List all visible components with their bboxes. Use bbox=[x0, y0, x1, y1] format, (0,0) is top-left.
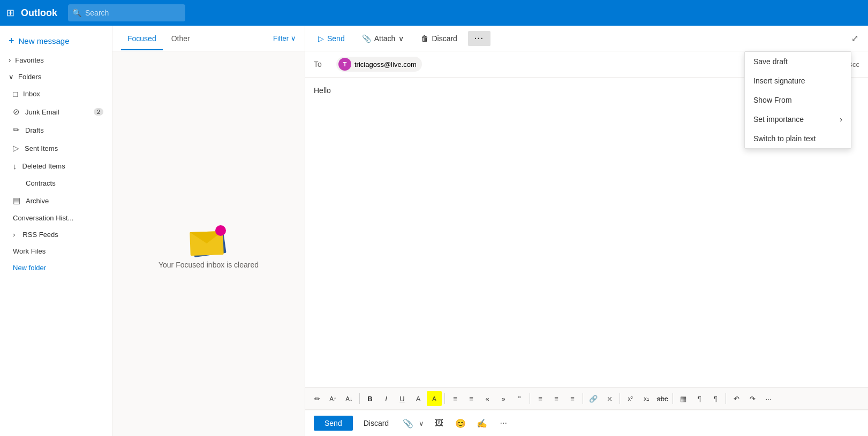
inbox-icon: □ bbox=[13, 89, 18, 98]
attach-toolbar-button[interactable]: 📎 Attach ∨ bbox=[356, 31, 411, 46]
save-draft-label: Save draft bbox=[753, 57, 788, 66]
sidebar-item-rss-feeds[interactable]: › RSS Feeds bbox=[0, 226, 112, 243]
sidebar-item-inbox[interactable]: □ Inbox bbox=[0, 85, 112, 103]
fmt-insert-table[interactable]: ▦ bbox=[676, 391, 691, 406]
attach-icon: 📎 bbox=[362, 34, 371, 43]
set-importance-label: Set importance bbox=[753, 115, 804, 124]
fmt-format-painter[interactable]: ✏ bbox=[310, 391, 324, 406]
send-bar-attach-button[interactable]: 📎 bbox=[399, 415, 417, 432]
empty-state-text: Your Focused inbox is cleared bbox=[158, 259, 259, 271]
fmt-underline[interactable]: U bbox=[395, 391, 410, 406]
sidebar-item-conversation-hist[interactable]: Conversation Hist... bbox=[0, 210, 112, 226]
send-bar-send-button[interactable]: Send bbox=[314, 416, 353, 431]
send-bar-more-button[interactable]: ··· bbox=[495, 415, 512, 432]
dropdown-set-importance[interactable]: Set importance › bbox=[745, 110, 851, 129]
plus-icon: + bbox=[9, 35, 14, 47]
fmt-align-center[interactable]: ≡ bbox=[549, 391, 564, 406]
empty-state: Your Focused inbox is cleared bbox=[112, 51, 305, 436]
sidebar-item-archive[interactable]: ▤ Archive bbox=[0, 192, 112, 210]
topbar: ⊞ Outlook 🔍 bbox=[0, 0, 868, 26]
search-input[interactable] bbox=[68, 4, 185, 21]
more-toolbar-button[interactable]: ··· bbox=[468, 31, 490, 46]
recipient-email: triciagoss@live.com bbox=[354, 60, 417, 68]
fmt-highlight[interactable]: A bbox=[427, 391, 442, 406]
sidebar-item-drafts[interactable]: ✏ Drafts bbox=[0, 121, 112, 139]
rss-feeds-label: RSS Feeds bbox=[22, 231, 58, 239]
send-bar-discard-button[interactable]: Discard bbox=[357, 416, 395, 431]
expand-button[interactable]: ⤢ bbox=[848, 30, 862, 47]
dropdown-save-draft[interactable]: Save draft bbox=[745, 52, 851, 71]
fmt-align-right[interactable]: ≡ bbox=[565, 391, 580, 406]
drafts-label: Drafts bbox=[25, 126, 44, 134]
fmt-font-size-decrease[interactable]: A↑ bbox=[326, 391, 341, 406]
fmt-redo[interactable]: ↷ bbox=[745, 391, 760, 406]
fmt-font-size-increase[interactable]: A↓ bbox=[342, 391, 357, 406]
fmt-sep-6 bbox=[673, 393, 673, 404]
contracts-label: Contracts bbox=[26, 179, 56, 187]
fmt-superscript[interactable]: x² bbox=[623, 391, 638, 406]
send-bar-send-label: Send bbox=[324, 419, 342, 427]
discard-icon: 🗑 bbox=[421, 34, 428, 43]
send-arrow-icon: ▷ bbox=[318, 34, 324, 43]
send-toolbar-label: Send bbox=[327, 34, 345, 43]
filter-button[interactable]: Filter ∨ bbox=[273, 34, 296, 42]
tab-focused[interactable]: Focused bbox=[121, 27, 163, 50]
sidebar-item-deleted-items[interactable]: ↓ Deleted Items bbox=[0, 157, 112, 175]
tab-focused-label: Focused bbox=[127, 34, 156, 43]
dropdown-show-from[interactable]: Show From bbox=[745, 90, 851, 110]
tab-other[interactable]: Other bbox=[165, 27, 197, 50]
send-bar-image-button[interactable]: 🖼 bbox=[431, 415, 448, 432]
fmt-sep-3 bbox=[530, 393, 530, 404]
new-message-button[interactable]: + New message bbox=[0, 30, 112, 52]
dropdown-switch-plain-text[interactable]: Switch to plain text bbox=[745, 129, 851, 148]
dropdown-menu: Save draft Insert signature Show From Se… bbox=[744, 51, 851, 149]
fmt-paragraph-rtl[interactable]: ¶ bbox=[708, 391, 723, 406]
new-message-label: New message bbox=[19, 36, 70, 45]
send-toolbar-button[interactable]: ▷ Send bbox=[312, 31, 351, 46]
fmt-more[interactable]: ··· bbox=[761, 391, 776, 406]
conversation-hist-label: Conversation Hist... bbox=[13, 214, 73, 222]
fmt-align-left[interactable]: ≡ bbox=[533, 391, 548, 406]
discard-toolbar-button[interactable]: 🗑 Discard bbox=[414, 31, 463, 46]
filter-label: Filter bbox=[273, 34, 289, 42]
send-bar-attach-arrow[interactable]: ∨ bbox=[417, 417, 426, 430]
folders-label: Folders bbox=[18, 73, 41, 81]
fmt-undo[interactable]: ↶ bbox=[729, 391, 744, 406]
fmt-italic[interactable]: I bbox=[379, 391, 394, 406]
archive-icon: ▤ bbox=[13, 196, 20, 205]
fmt-sep-4 bbox=[583, 393, 583, 404]
sidebar-item-folders[interactable]: ∨ Folders bbox=[0, 68, 112, 85]
to-label: To bbox=[314, 60, 330, 68]
send-bar-signature-button[interactable]: ✍ bbox=[473, 415, 490, 432]
fmt-decrease-indent[interactable]: « bbox=[480, 391, 495, 406]
fmt-remove-link[interactable]: ⤫ bbox=[602, 391, 617, 406]
new-folder-link[interactable]: New folder bbox=[0, 259, 112, 276]
switch-plain-text-label: Switch to plain text bbox=[753, 134, 816, 143]
expand-icon: ⤢ bbox=[851, 34, 858, 43]
svg-point-4 bbox=[215, 225, 226, 236]
attach-toolbar-label: Attach bbox=[374, 34, 396, 43]
dropdown-insert-signature[interactable]: Insert signature bbox=[745, 71, 851, 90]
sidebar-item-favorites[interactable]: › Favorites bbox=[0, 52, 112, 68]
recipient-chip[interactable]: T triciagoss@live.com bbox=[336, 57, 422, 72]
fmt-quote[interactable]: " bbox=[512, 391, 527, 406]
grid-icon[interactable]: ⊞ bbox=[6, 7, 14, 19]
sidebar-item-work-files[interactable]: Work Files bbox=[0, 243, 112, 259]
sidebar-item-sent-items[interactable]: ▷ Sent Items bbox=[0, 139, 112, 157]
fmt-sep-1 bbox=[359, 393, 360, 404]
send-bar-emoji-button[interactable]: 😊 bbox=[452, 415, 469, 432]
fmt-text-color[interactable]: A bbox=[411, 391, 426, 406]
sent-items-label: Sent Items bbox=[25, 144, 58, 152]
fmt-strikethrough[interactable]: abc bbox=[655, 391, 670, 406]
sidebar-item-junk-email[interactable]: ⊘ Junk Email 2 bbox=[0, 103, 112, 121]
fmt-paragraph-ltr[interactable]: ¶ bbox=[692, 391, 707, 406]
fmt-increase-indent[interactable]: » bbox=[496, 391, 511, 406]
filter-chevron-icon: ∨ bbox=[291, 34, 296, 42]
fmt-link[interactable]: 🔗 bbox=[586, 391, 601, 406]
fmt-numbering[interactable]: ≡ bbox=[464, 391, 479, 406]
fmt-bold[interactable]: B bbox=[363, 391, 378, 406]
sidebar-item-contracts[interactable]: Contracts bbox=[0, 175, 112, 192]
email-list-panel: Focused Other Filter ∨ bbox=[112, 26, 305, 436]
fmt-subscript[interactable]: x₂ bbox=[639, 391, 654, 406]
fmt-bullets[interactable]: ≡ bbox=[448, 391, 463, 406]
